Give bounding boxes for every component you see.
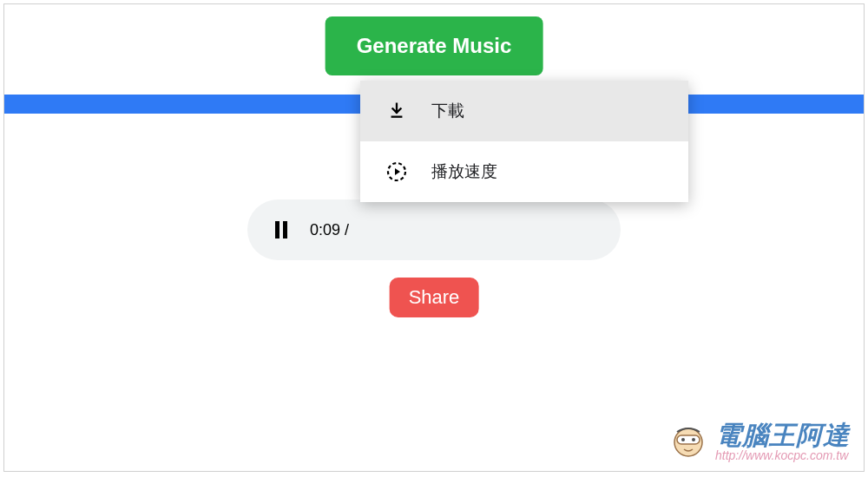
watermark-text: 電腦王阿達 http://www.kocpc.com.tw [715,421,850,462]
pause-button[interactable] [268,217,294,243]
menu-item-playback-speed[interactable]: 播放速度 [360,141,688,202]
pause-icon [275,221,287,238]
playback-time: 0:09 / [310,221,349,239]
context-menu: 下載 播放速度 [360,81,688,202]
watermark-logo-icon [668,421,708,461]
download-icon [385,99,409,123]
current-time: 0:09 [310,221,340,238]
menu-item-label: 下載 [431,100,464,122]
svg-point-5 [692,438,695,441]
app-frame: Generate Music 0:09 / Share 下載 [3,3,865,472]
watermark: 電腦王阿達 http://www.kocpc.com.tw [668,421,850,462]
svg-point-4 [681,438,685,441]
menu-item-download[interactable]: 下載 [360,81,688,141]
audio-player: 0:09 / [247,199,621,260]
playback-speed-icon [385,160,409,184]
svg-rect-3 [677,435,700,444]
time-separator: / [345,221,349,238]
watermark-title: 電腦王阿達 [715,421,850,449]
watermark-url: http://www.kocpc.com.tw [715,449,850,462]
share-button[interactable]: Share [390,278,479,317]
menu-item-label: 播放速度 [431,160,497,183]
svg-rect-0 [391,116,403,118]
generate-music-button[interactable]: Generate Music [326,16,543,75]
